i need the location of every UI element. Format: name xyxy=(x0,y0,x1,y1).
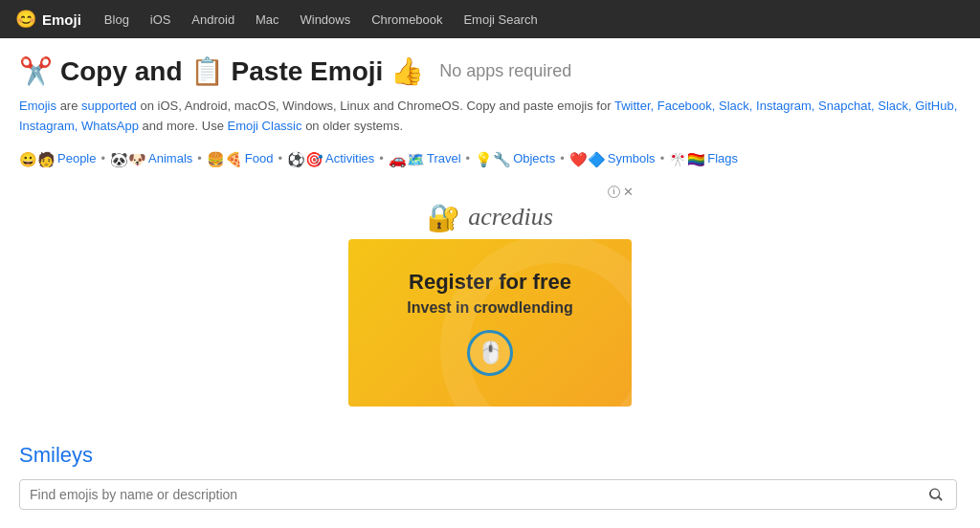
title-part1: Copy and xyxy=(60,56,183,87)
main-content: ✂️ Copy and 📋 Paste Emoji 👍 No apps requ… xyxy=(0,38,980,426)
ad-label-row: i ✕ xyxy=(346,186,634,198)
objects-emoji: 💡🔧 xyxy=(475,146,511,172)
scissors-emoji: ✂️ xyxy=(19,55,53,87)
category-food[interactable]: Food xyxy=(245,147,274,169)
ad-subline-text: Invest in xyxy=(407,299,473,316)
sep3: • xyxy=(278,147,283,169)
ad-subline: Invest in crowdlending xyxy=(407,299,572,317)
ad-section: i ✕ 🔐 acredius Register for free Invest … xyxy=(346,186,634,407)
nav-link-windows[interactable]: Windows xyxy=(300,12,350,27)
category-nav: 😀🧑 People • 🐼🐶 Animals • 🍔🍕 Food • ⚽🎯 Ac… xyxy=(19,146,961,172)
top-nav: 😊 Emoji Blog iOS Android Mac Windows Chr… xyxy=(0,0,980,38)
smileys-section: Smileys xyxy=(0,443,980,510)
sep7: • xyxy=(660,147,665,169)
nav-link-ios[interactable]: iOS xyxy=(150,12,171,27)
logo[interactable]: 😊 Emoji xyxy=(15,9,81,30)
activities-emoji: ⚽🎯 xyxy=(287,146,323,172)
category-symbols[interactable]: Symbols xyxy=(608,147,656,169)
search-button[interactable] xyxy=(925,486,947,503)
travel-emoji: 🚗🗺️ xyxy=(389,146,425,172)
food-emoji: 🍔🍕 xyxy=(207,146,243,172)
search-input[interactable] xyxy=(30,487,925,502)
ad-headline: Register for free xyxy=(409,269,571,297)
logo-emoji: 😊 xyxy=(15,9,36,30)
smileys-title: Smileys xyxy=(19,443,961,468)
sep5: • xyxy=(466,147,471,169)
ad-close-button[interactable]: ✕ xyxy=(623,186,634,198)
people-emoji: 😀🧑 xyxy=(19,146,56,172)
category-flags[interactable]: Flags xyxy=(707,147,738,169)
nav-link-emoji-search[interactable]: Emoji Search xyxy=(463,12,537,27)
thumbsup-emoji: 👍 xyxy=(390,55,424,87)
sep1: • xyxy=(100,147,105,169)
flags-emoji: 🎌🏳️‍🌈 xyxy=(669,146,705,172)
cursor-icon: 🖱️ xyxy=(478,342,503,363)
animals-emoji: 🐼🐶 xyxy=(110,146,146,172)
ad-info-icon[interactable]: i xyxy=(608,186,620,198)
acredius-brand: 🔐 acredius xyxy=(427,202,553,233)
search-icon xyxy=(927,486,945,503)
supported-link[interactable]: supported xyxy=(81,99,137,113)
emojis-link[interactable]: Emojis xyxy=(19,99,56,113)
ad-info: i ✕ xyxy=(608,186,634,198)
hero-title: ✂️ Copy and 📋 Paste Emoji 👍 No apps requ… xyxy=(19,55,961,87)
top-nav-links: Blog iOS Android Mac Windows Chromebook … xyxy=(104,11,555,27)
clipboard-emoji: 📋 xyxy=(190,55,224,87)
brand-icon: 🔐 xyxy=(427,202,460,233)
sep4: • xyxy=(379,147,384,169)
nav-link-blog[interactable]: Blog xyxy=(104,12,129,27)
description: Emojis are supported on iOS, Android, ma… xyxy=(19,97,961,137)
emoji-classic-link[interactable]: Emoji Classic xyxy=(228,119,302,133)
ad-box[interactable]: Register for free Invest in crowdlending… xyxy=(348,239,632,407)
sep6: • xyxy=(560,147,565,169)
logo-text: Emoji xyxy=(42,11,81,28)
nav-link-mac[interactable]: Mac xyxy=(256,12,279,27)
ad-click-icon: 🖱️ xyxy=(467,330,513,376)
nav-link-android[interactable]: Android xyxy=(191,12,234,27)
category-activities[interactable]: Activities xyxy=(325,147,374,169)
nav-link-chromebook[interactable]: Chromebook xyxy=(371,12,442,27)
symbols-emoji: ❤️🔷 xyxy=(569,146,606,172)
no-apps-text: No apps required xyxy=(439,61,571,81)
brand-name: acredius xyxy=(468,203,553,231)
sep2: • xyxy=(197,147,202,169)
search-bar xyxy=(19,479,957,510)
category-objects[interactable]: Objects xyxy=(513,147,555,169)
category-people[interactable]: People xyxy=(57,147,96,169)
category-travel[interactable]: Travel xyxy=(427,147,461,169)
title-part2: Paste Emoji xyxy=(232,56,384,87)
category-animals[interactable]: Animals xyxy=(148,147,192,169)
ad-subline-bold: crowdlending xyxy=(474,299,573,316)
